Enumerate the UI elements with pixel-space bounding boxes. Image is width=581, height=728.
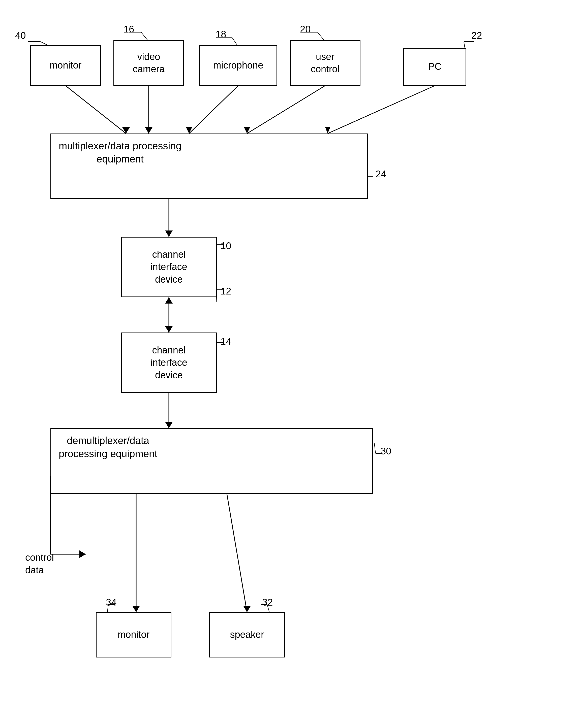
monitor-bottom-label: monitor bbox=[118, 628, 150, 641]
channel-device-2-label: channel interface device bbox=[150, 344, 187, 381]
svg-marker-13 bbox=[165, 326, 173, 333]
svg-marker-9 bbox=[325, 127, 330, 133]
monitor-bottom-box: monitor bbox=[96, 612, 171, 657]
ref-40: 40 bbox=[15, 30, 26, 41]
ref-30: 30 bbox=[381, 446, 391, 457]
svg-marker-3 bbox=[145, 127, 152, 133]
ref-24: 24 bbox=[376, 169, 386, 180]
demultiplexer-box: demultiplexer/data processing equipment bbox=[50, 428, 373, 494]
svg-marker-23 bbox=[243, 606, 251, 612]
ref-20: 20 bbox=[300, 24, 310, 35]
ref-32: 32 bbox=[262, 597, 273, 608]
speaker-box: speaker bbox=[209, 612, 285, 657]
svg-marker-5 bbox=[186, 127, 192, 133]
svg-line-43 bbox=[374, 443, 376, 453]
microphone-box: microphone bbox=[199, 45, 277, 86]
diagram-arrows bbox=[0, 0, 581, 728]
channel-device-1-label: channel interface device bbox=[150, 249, 187, 286]
user-control-label: user control bbox=[311, 51, 339, 76]
multiplexer-box: multiplexer/data processing equipment bbox=[50, 133, 368, 199]
svg-line-4 bbox=[189, 86, 238, 133]
svg-marker-19 bbox=[79, 550, 86, 558]
ref-12: 12 bbox=[221, 286, 231, 297]
monitor-top-label: monitor bbox=[50, 59, 82, 72]
svg-marker-1 bbox=[122, 127, 130, 133]
ref-16: 16 bbox=[124, 24, 134, 35]
monitor-top-box: monitor bbox=[30, 45, 101, 86]
svg-marker-16 bbox=[165, 422, 173, 428]
ref-22: 22 bbox=[471, 30, 482, 41]
speaker-label: speaker bbox=[230, 628, 264, 641]
pc-box: PC bbox=[403, 48, 466, 86]
channel-device-1-box: channel interface device bbox=[121, 237, 217, 297]
svg-marker-7 bbox=[244, 127, 250, 133]
control-data-label: control data bbox=[25, 539, 54, 576]
svg-marker-11 bbox=[165, 231, 173, 237]
diagram-container: monitor video camera microphone user con… bbox=[0, 0, 581, 728]
channel-device-2-box: channel interface device bbox=[121, 333, 217, 393]
demultiplexer-label: demultiplexer/data processing equipment bbox=[59, 434, 157, 460]
svg-marker-14 bbox=[165, 297, 173, 304]
video-camera-box: video camera bbox=[113, 40, 184, 86]
svg-line-0 bbox=[66, 86, 126, 133]
pc-label: PC bbox=[428, 60, 441, 73]
multiplexer-label: multiplexer/data processing equipment bbox=[59, 139, 181, 165]
user-control-box: user control bbox=[290, 40, 360, 86]
ref-14: 14 bbox=[221, 336, 231, 347]
svg-marker-21 bbox=[132, 606, 140, 612]
svg-line-8 bbox=[328, 86, 435, 133]
svg-line-6 bbox=[247, 86, 325, 133]
ref-10: 10 bbox=[221, 240, 231, 252]
video-camera-label: video camera bbox=[133, 51, 165, 76]
ref-34: 34 bbox=[106, 597, 117, 608]
svg-line-22 bbox=[227, 494, 247, 612]
ref-18: 18 bbox=[216, 29, 226, 40]
microphone-label: microphone bbox=[213, 59, 263, 72]
